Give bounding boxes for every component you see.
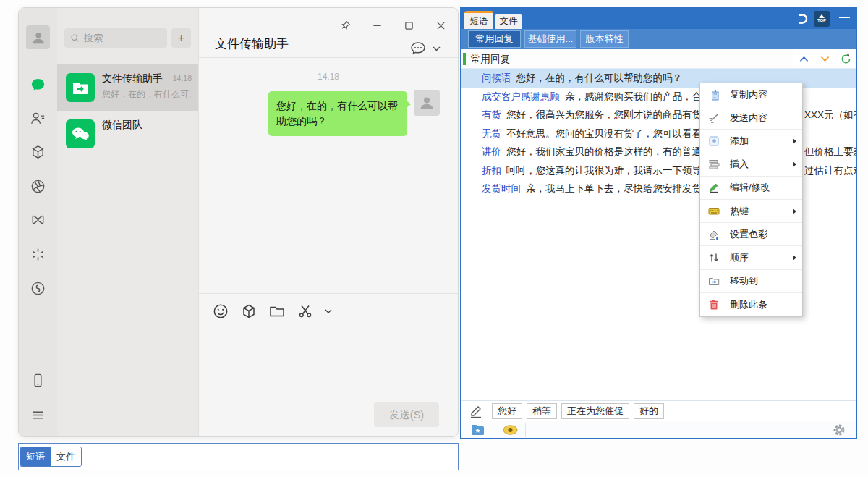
file-cube-icon[interactable] (240, 303, 258, 320)
contacts-icon[interactable] (30, 110, 46, 127)
subtab-3[interactable]: 版本特性 (580, 30, 629, 48)
refresh-button[interactable] (835, 49, 856, 68)
chat-icon[interactable] (30, 77, 46, 93)
person-icon (418, 94, 435, 111)
chevron-down-icon[interactable] (433, 46, 441, 51)
panel-tab-1[interactable]: 短语 (464, 11, 493, 29)
message-bubble[interactable]: 您好，在的，有什么可以帮助您的吗？ (268, 91, 407, 136)
user-avatar[interactable] (26, 25, 50, 49)
divider (495, 423, 495, 437)
mini-programs-icon[interactable] (30, 280, 46, 297)
channels-icon[interactable] (30, 212, 46, 229)
menu-item-move[interactable]: 移动到 (700, 270, 802, 293)
phone-icon[interactable] (30, 372, 46, 389)
menu-item-label: 添加 (730, 135, 793, 148)
chat-item-preview: 您好，在的，有什么可... (102, 88, 192, 101)
subtab-row: 常用回复基础使用...版本特性 (461, 29, 856, 49)
move-down-button[interactable] (814, 49, 835, 68)
file-transfer-icon (66, 73, 95, 102)
toolbar-divider (199, 293, 458, 294)
color-icon (708, 229, 720, 240)
menu-icon[interactable] (30, 407, 46, 423)
quick-phrase-row: 您好稍等正在为您催促好的 (461, 400, 856, 421)
divider (229, 444, 229, 470)
menu-item-label: 复制内容 (730, 88, 796, 101)
reply-text-tail: 过估计有点难的 (804, 161, 856, 180)
menu-item-label: 移动到 (730, 274, 796, 287)
reply-text-tail: XXX元（如有货 (804, 106, 856, 124)
reply-text: 您好，我们家宝贝的价格是这样的，有的普通的可能 (506, 146, 731, 157)
divider (550, 423, 550, 437)
minimize-icon[interactable] (372, 20, 383, 31)
wechat-team-icon (66, 119, 95, 148)
menu-item-label: 编辑/修改 (730, 181, 796, 194)
add-icon (708, 135, 720, 147)
menu-item-send[interactable]: 发送内容 (700, 106, 802, 130)
message-avatar[interactable] (414, 90, 440, 116)
reply-label: 成交客户感谢惠顾 (482, 91, 560, 102)
wechat-window: 搜索 + 文件传输助手14:18您好，在的，有什么可...微信团队 文件传输助手 (18, 7, 459, 437)
move-up-button[interactable] (793, 49, 814, 68)
subtab-2[interactable]: 基础使用... (524, 30, 576, 48)
panel-minimize-icon[interactable] (839, 17, 850, 18)
search-placeholder: 搜索 (84, 32, 103, 45)
pin-to-top-button[interactable]: TOP (814, 11, 830, 27)
more-bubble-icon[interactable] (409, 41, 427, 56)
wechat-nav-rail (19, 8, 57, 436)
menu-item-hotkey[interactable]: 热键 (700, 200, 802, 223)
menu-item-label: 插入 (730, 158, 793, 171)
top-label: TOP (817, 18, 826, 23)
reply-text: 不好意思。您问的宝贝没有货了，您可以看看其他宝 (506, 128, 731, 139)
hotkey-icon (708, 206, 720, 217)
edit-phrases-icon[interactable] (469, 404, 485, 418)
send-button[interactable]: 发送(S) (374, 402, 439, 427)
menu-item-label: 顺序 (730, 251, 793, 264)
moments-icon[interactable] (30, 178, 46, 195)
menu-item-insert[interactable]: 插入 (700, 153, 802, 177)
chat-list-item[interactable]: 微信团队 (57, 111, 198, 157)
menu-item-color[interactable]: 设置色彩 (700, 223, 802, 246)
menu-item-add[interactable]: 添加 (700, 130, 802, 153)
favorites-folder-icon[interactable] (471, 423, 485, 436)
quick-phrase-button[interactable]: 您好 (492, 403, 522, 419)
mini-tab-2[interactable]: 文件 (51, 447, 81, 466)
screenshot-scissors-icon[interactable] (297, 303, 314, 320)
search-input[interactable]: 搜索 (64, 28, 167, 48)
menu-item-copy[interactable]: 复制内容 (700, 83, 802, 106)
gear-icon[interactable] (833, 423, 846, 436)
emoji-icon[interactable] (212, 303, 229, 320)
chat-list: 搜索 + 文件传输助手14:18您好，在的，有什么可...微信团队 (57, 8, 198, 436)
chat-item-time: 14:18 (173, 74, 192, 83)
menu-item-edit[interactable]: 编辑/修改 (700, 177, 802, 200)
panel-titlebar: 短语文件 TOP (461, 9, 856, 29)
section-title: 常用回复 (471, 53, 510, 66)
move-icon (708, 275, 720, 287)
menu-item-order[interactable]: 顺序 (700, 246, 802, 269)
quick-phrase-button[interactable]: 正在为您催促 (561, 403, 629, 419)
menu-item-delete[interactable]: 删除此条 (700, 293, 802, 316)
reply-text: 呵呵，您这真的让我很为难，我请示一下领导，看能 (506, 165, 731, 176)
reply-label: 有货 (482, 109, 501, 120)
subtab-1[interactable]: 常用回复 (468, 30, 521, 48)
search-spark-icon[interactable] (30, 246, 46, 263)
send-icon (708, 112, 720, 124)
bottom-bar (461, 421, 856, 438)
edit-icon (708, 182, 720, 193)
chevron-down-icon[interactable] (325, 309, 332, 314)
section-accent-bar (463, 53, 466, 65)
chat-list-item[interactable]: 文件传输助手14:18您好，在的，有什么可... (57, 64, 198, 111)
panel-tab-2[interactable]: 文件 (495, 14, 522, 29)
magnet-icon[interactable] (796, 12, 811, 26)
folder-icon[interactable] (268, 303, 286, 320)
reply-text: 您好，在的，有什么可以帮助您的吗？ (516, 72, 683, 83)
pin-icon[interactable] (340, 20, 351, 31)
close-icon[interactable] (435, 20, 446, 31)
favorites-icon[interactable] (30, 144, 46, 161)
maximize-icon[interactable] (404, 20, 414, 31)
quick-phrase-button[interactable]: 好的 (634, 403, 664, 419)
eye-icon[interactable] (503, 425, 518, 435)
mini-tab-1[interactable]: 短语 (20, 447, 51, 466)
quick-phrase-button[interactable]: 稍等 (527, 403, 557, 419)
add-chat-button[interactable]: + (171, 28, 191, 48)
chat-item-name: 微信团队 (102, 119, 142, 132)
